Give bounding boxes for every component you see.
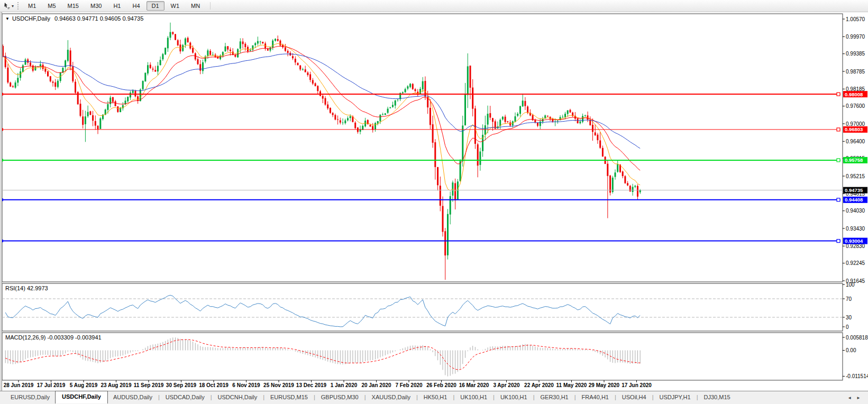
timeframe-button-m30[interactable]: M30 [85, 1, 107, 11]
tab-xauusd-daily[interactable]: XAUUSD,Daily [367, 391, 416, 404]
tab-audusd-daily[interactable]: AUDUSD,Daily [108, 391, 158, 404]
macd-scale-label: 0.005818 [846, 335, 868, 341]
hline-right-handle[interactable] [837, 93, 840, 96]
timeframe-button-h4[interactable]: H4 [127, 1, 145, 11]
chart-tabs: EURUSD,DailyUSDCHF,DailyAUDUSD,Daily|USD… [0, 391, 736, 404]
price-badge-label: 0.93004 [845, 238, 863, 244]
timeframe-button-m15[interactable]: M15 [62, 1, 84, 11]
timeframe-buttons: M1M5M15M30H1H4D1W1MN [22, 1, 206, 11]
rsi-scale-label: 70 [846, 296, 852, 302]
macd-scale-label: -0.011514 [846, 373, 868, 379]
tab-usoil-h4[interactable]: USOil,H4 [617, 391, 652, 404]
tab-dj30-m15[interactable]: DJ30,M15 [698, 391, 735, 404]
chart-canvas: 1.005700.999700.993850.987850.981850.976… [0, 0, 868, 404]
date-tick-label: 25 Nov 2019 [263, 382, 294, 388]
date-tick-label: 7 Feb 2020 [395, 382, 423, 388]
tab-hk50-h1[interactable]: HK50,H1 [418, 391, 453, 404]
hline-right-handle[interactable] [837, 128, 840, 131]
timeframe-button-h1[interactable]: H1 [108, 1, 126, 11]
tab-usdjpy-h1[interactable]: USDJPY,H1 [654, 391, 696, 404]
hline-right-handle[interactable] [837, 159, 840, 162]
chart-tab-bar: EURUSD,DailyUSDCHF,DailyAUDUSD,Daily|USD… [0, 391, 868, 404]
price-badge-label: 0.96803 [845, 126, 863, 132]
panel-border [2, 283, 843, 331]
price-badge-label: 0.94408 [845, 197, 863, 203]
cursor-tool-icon[interactable] [2, 2, 12, 10]
date-tick-label: 17 Jun 2020 [622, 382, 652, 388]
cursor-arrow-glyph [3, 2, 11, 10]
dropdown-caret-icon[interactable]: ▾ [12, 4, 14, 8]
date-tick-label: 23 Aug 2019 [101, 382, 132, 388]
date-tick-label: 11 May 2020 [556, 382, 587, 388]
price-tick-label: 0.99970 [846, 34, 865, 40]
date-tick-label: 20 Jan 2020 [361, 382, 391, 388]
tab-scroll-right-icon[interactable]: ► [856, 396, 861, 400]
date-tick-label: 16 Mar 2020 [459, 382, 489, 388]
price-tick-label: 0.96400 [846, 139, 865, 144]
tab-fra40-h1[interactable]: FRA40,H1 [577, 391, 614, 404]
tab-usdcnh-daily[interactable]: USDCNH,Daily [213, 391, 263, 404]
date-tick-label: 5 Aug 2019 [70, 382, 98, 388]
toolbar-drag-handle[interactable] [17, 2, 19, 10]
timeframe-button-w1[interactable]: W1 [166, 1, 185, 11]
price-tick-label: 0.94030 [846, 208, 865, 214]
date-tick-label: 22 Apr 2020 [524, 382, 554, 388]
toolbar: ▾ M1M5M15M30H1H4D1W1MN [0, 0, 868, 12]
price-tick-label: 0.93430 [846, 226, 865, 232]
price-tick-label: 0.97000 [846, 121, 865, 127]
tab-uk100-h1[interactable]: UK100,H1 [495, 391, 533, 404]
date-tick-label: 11 Sep 2019 [134, 382, 164, 388]
date-tick-label: 6 Nov 2019 [232, 382, 260, 388]
tab-scroll-arrows: ◄ ► [847, 391, 861, 404]
date-tick-label: 18 Oct 2019 [199, 382, 229, 388]
tab-eurusd-m15[interactable]: EURUSD,M15 [265, 391, 313, 404]
timeframe-button-d1[interactable]: D1 [147, 1, 165, 11]
date-tick-label: 29 May 2020 [589, 382, 620, 388]
timeframe-button-m1[interactable]: M1 [23, 1, 41, 11]
tab-scroll-left-icon[interactable]: ◄ [847, 396, 852, 400]
date-tick-label: 26 Feb 2020 [426, 382, 456, 388]
tab-ger30-h1[interactable]: GER30,H1 [535, 391, 574, 404]
price-tick-label: 0.97600 [846, 103, 865, 109]
tab-usdcad-daily[interactable]: USDCAD,Daily [160, 391, 210, 404]
price-tick-label: 0.95215 [846, 173, 865, 179]
rsi-scale-label: 100 [846, 282, 855, 288]
date-tick-label: 30 Sep 2019 [166, 382, 197, 388]
price-tick-label: 0.99385 [846, 51, 865, 57]
collapse-arrow-icon[interactable]: ▼ [5, 16, 10, 21]
timeframe-button-m5[interactable]: M5 [42, 1, 61, 11]
tab-uk100-h1[interactable]: UK100,H1 [455, 391, 492, 404]
price-badge-label: 0.94735 [845, 187, 863, 193]
date-tick-label: 13 Dec 2019 [296, 382, 327, 388]
tab-gbpusd-m30[interactable]: GBPUSD,M30 [316, 391, 364, 404]
price-badge-label: 0.98008 [845, 91, 863, 97]
date-tick-label: 17 Jul 2019 [37, 382, 66, 388]
macd-indicator-label: MACD(12,26,9) -0.003309 -0.003941 [5, 334, 102, 341]
window-left-edge [0, 12, 2, 391]
macd-scale-label: 0.00 [846, 347, 856, 353]
chart-symbol-label: USDCHF,Daily [12, 15, 50, 22]
rsi-scale-label: 30 [846, 315, 852, 320]
tab-eurusd-daily[interactable]: EURUSD,Daily [5, 391, 55, 404]
hline-right-handle[interactable] [837, 240, 840, 243]
price-badge-label: 0.95758 [845, 157, 863, 163]
panel-border [2, 14, 843, 282]
chart-title: ▼USDCHF,Daily0.94663 0.94771 0.94605 0.9… [5, 15, 143, 22]
price-tick-label: 0.92245 [846, 260, 865, 266]
hline-right-handle[interactable] [837, 198, 840, 201]
tab-usdchf-daily[interactable]: USDCHF,Daily [55, 391, 108, 403]
rsi-scale-label: 0 [846, 324, 849, 330]
price-tick-label: 1.00570 [846, 16, 865, 22]
date-tick-label: 28 Jun 2019 [4, 382, 34, 388]
date-tick-label: 1 Jan 2020 [331, 382, 358, 388]
price-tick-label: 0.98785 [846, 69, 865, 75]
date-tick-label: 3 Apr 2020 [493, 382, 520, 388]
timeframe-button-mn[interactable]: MN [186, 1, 205, 11]
rsi-indicator-label: RSI(14) 42.9973 [5, 285, 48, 291]
toolbar-separator [210, 2, 211, 10]
chart-ohlc-values: 0.94663 0.94771 0.94605 0.94735 [54, 15, 143, 22]
